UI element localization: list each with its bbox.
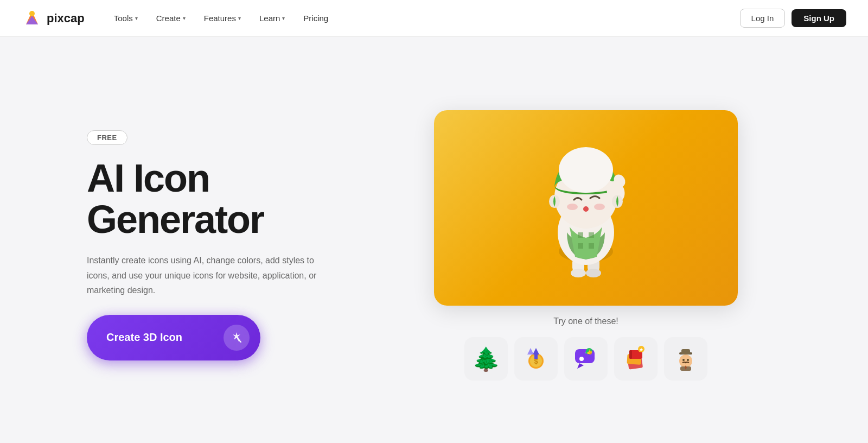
nav-links: Tools ▾ Create ▾ Features ▾ Learn ▾ Pric…	[106, 9, 740, 27]
pricing-label: Pricing	[303, 14, 328, 23]
hero-title-line1: AI Icon	[87, 156, 209, 200]
hero-title: AI Icon Generator	[87, 158, 347, 240]
magic-wand-icon	[224, 325, 250, 351]
svg-marker-2	[26, 16, 38, 24]
create-label: Create	[156, 14, 181, 23]
svg-rect-38	[629, 350, 632, 359]
svg-rect-14	[578, 243, 583, 249]
signup-button[interactable]: Sign Up	[792, 9, 846, 27]
svg-point-44	[682, 359, 685, 361]
create-button-label: Create 3D Icon	[106, 331, 182, 344]
icon-sample-chat[interactable]: 👍	[564, 337, 608, 381]
hero-left: FREE AI Icon Generator Instantly create …	[87, 130, 347, 360]
learn-label: Learn	[259, 14, 280, 23]
hero-image-background	[434, 110, 738, 306]
icon-sample-tree[interactable]: 🌲	[464, 337, 508, 381]
nav-actions: Log In Sign Up	[740, 9, 846, 28]
features-chevron-icon: ▾	[238, 15, 241, 21]
nav-item-tools[interactable]: Tools ▾	[106, 9, 145, 27]
svg-point-10	[586, 269, 601, 277]
svg-rect-12	[578, 232, 583, 238]
icon-sample-detective[interactable]	[664, 337, 707, 381]
svg-rect-13	[589, 232, 594, 238]
hero-description: Instantly create icons using AI, change …	[87, 253, 326, 298]
logo-link[interactable]: pixcap	[22, 8, 85, 29]
icon-samples-row: 🌲 $ 👍	[464, 337, 707, 381]
hero-image-card	[434, 110, 738, 306]
svg-point-32	[579, 357, 584, 361]
svg-line-5	[238, 339, 241, 342]
navbar: pixcap Tools ▾ Create ▾ Features ▾ Learn…	[0, 0, 868, 37]
svg-point-9	[571, 269, 586, 277]
learn-chevron-icon: ▾	[282, 15, 285, 21]
icon-sample-books[interactable]: ★	[614, 337, 658, 381]
features-label: Features	[204, 14, 236, 23]
create-3d-icon-button[interactable]: Create 3D Icon	[87, 315, 260, 360]
svg-point-3	[29, 11, 35, 16]
svg-text:👍: 👍	[586, 349, 593, 355]
brand-name: pixcap	[47, 11, 85, 26]
nav-item-learn[interactable]: Learn ▾	[252, 9, 292, 27]
hero-title-line2: Generator	[87, 198, 264, 241]
3d-character-illustration	[515, 126, 656, 289]
svg-point-45	[687, 359, 689, 361]
icon-sample-money[interactable]: $	[514, 337, 558, 381]
nav-item-pricing[interactable]: Pricing	[296, 9, 336, 27]
svg-rect-29	[534, 353, 538, 359]
svg-marker-30	[527, 348, 534, 355]
try-text: Try one of these!	[553, 317, 618, 326]
nav-item-create[interactable]: Create ▾	[149, 9, 193, 27]
tools-label: Tools	[114, 14, 133, 23]
free-badge: FREE	[87, 130, 127, 145]
hero-right: Try one of these! 🌲 $	[391, 110, 781, 381]
hero-section: FREE AI Icon Generator Instantly create …	[0, 37, 868, 443]
svg-point-20	[583, 206, 589, 212]
svg-point-17	[559, 147, 613, 193]
svg-point-19	[594, 204, 605, 210]
svg-text:★: ★	[639, 347, 643, 352]
logo-icon	[22, 8, 42, 29]
tools-chevron-icon: ▾	[135, 15, 138, 21]
svg-rect-15	[589, 243, 594, 249]
svg-point-18	[567, 204, 578, 210]
nav-item-features[interactable]: Features ▾	[196, 9, 248, 27]
svg-rect-42	[681, 349, 690, 355]
login-button[interactable]: Log In	[740, 9, 786, 28]
create-chevron-icon: ▾	[183, 15, 186, 21]
